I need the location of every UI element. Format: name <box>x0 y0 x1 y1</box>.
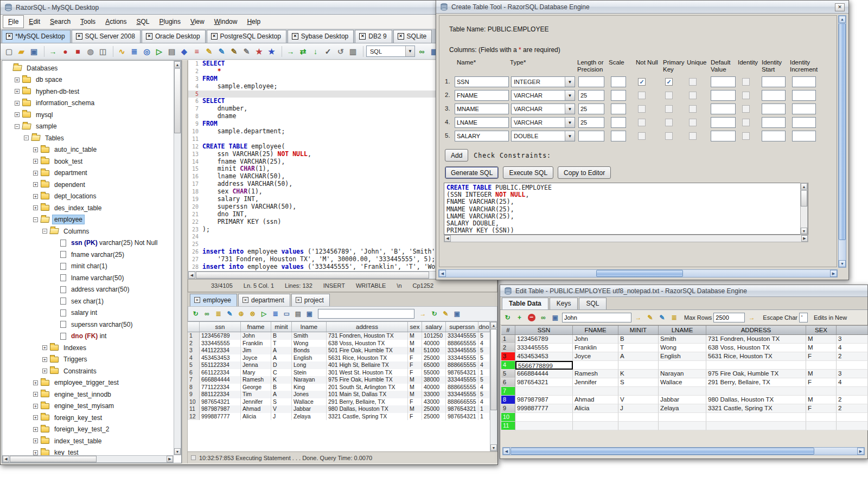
cell[interactable]: 661122334 <box>200 369 241 377</box>
cell[interactable]: S <box>618 378 659 387</box>
cell[interactable] <box>618 413 659 422</box>
generated-sql-box[interactable]: CREATE TABLE PUBLIC.EMPLOYEE(SSN INTEGER… <box>444 183 808 235</box>
expand-icon[interactable]: + <box>33 194 38 199</box>
tree-item-minit-char-1-[interactable]: minit char(1) <box>2 261 174 273</box>
results-column-header-minit[interactable]: minit <box>271 322 292 332</box>
unique-checkbox[interactable] <box>689 119 697 126</box>
cell[interactable]: 401 High St, Bellaire TX <box>327 361 408 369</box>
cell[interactable]: John <box>241 332 271 340</box>
identity-start-input[interactable] <box>762 76 786 87</box>
tree-item-key-test[interactable]: +key_test <box>2 447 174 456</box>
cell[interactable]: 25000 <box>422 354 446 362</box>
menu-search[interactable]: Search <box>45 16 75 28</box>
column-type-select[interactable]: VARCHAR▼ <box>511 117 575 128</box>
tree-item-foreign-key-test-2[interactable]: +foreign_key_test_2 <box>2 424 174 436</box>
edit-pad-icon[interactable]: ✎ <box>441 309 451 319</box>
sort-filter-icon[interactable]: ≣ <box>213 309 224 319</box>
cell[interactable]: Long <box>292 361 327 369</box>
cell[interactable]: Jennifer <box>241 398 271 406</box>
primary-key-checkbox[interactable] <box>665 132 673 140</box>
tree-item-triggers[interactable]: +Triggers <box>2 354 174 366</box>
close-tab-icon[interactable]: ✕ <box>76 33 82 40</box>
cell[interactable]: 666884444 <box>200 376 241 384</box>
cell[interactable]: 333445555 <box>515 344 573 352</box>
cell[interactable]: M <box>806 370 837 378</box>
close-tab-icon[interactable]: ✕ <box>194 297 200 303</box>
tab-keys[interactable]: Keys <box>550 298 578 309</box>
go-icon[interactable]: → <box>418 309 428 319</box>
results-column-header-lname[interactable]: lname <box>292 322 327 332</box>
cell[interactable]: King <box>292 384 327 391</box>
cell[interactable]: 38000 <box>422 376 446 384</box>
identity-checkbox[interactable] <box>742 119 750 126</box>
cell[interactable]: 987654321 <box>446 405 478 413</box>
identity-checkbox[interactable] <box>742 78 750 86</box>
edit-column-header-overflow[interactable] <box>837 326 868 334</box>
scale-input[interactable] <box>611 76 626 87</box>
save-disk-icon[interactable]: ▣ <box>452 309 462 319</box>
cell[interactable]: 333445555 <box>446 376 478 384</box>
cell[interactable]: M <box>408 376 422 384</box>
not-null-checkbox[interactable] <box>638 132 646 140</box>
expand-icon[interactable]: + <box>33 159 38 164</box>
table-row[interactable]: 2333445555FranklinTWong638 Voss, Houston… <box>188 340 490 347</box>
cell[interactable]: A <box>271 354 292 362</box>
connection-tab-oracle-desktop[interactable]: ✕Oracle Desktop <box>142 30 206 43</box>
not-null-checkbox[interactable] <box>638 105 646 113</box>
check-icon[interactable]: ✓ <box>322 46 334 57</box>
results-vscroll-thumb[interactable] <box>490 329 497 410</box>
cell[interactable] <box>659 422 706 430</box>
expand-icon[interactable]: + <box>15 89 20 94</box>
cell[interactable]: 291 Berry, Bellaire, TX <box>327 398 408 406</box>
unique-checkbox[interactable] <box>689 105 697 113</box>
tree-item-tables[interactable]: −Tables <box>2 132 174 144</box>
expand-icon[interactable]: + <box>33 182 38 187</box>
cell[interactable]: 5 <box>478 354 490 362</box>
scroll-left-icon[interactable]: ◀ <box>503 448 510 455</box>
cell[interactable]: 888665555 <box>446 340 478 347</box>
tree-item-constraints[interactable]: +Constraints <box>2 365 174 377</box>
scroll-left-icon[interactable]: ◀ <box>3 456 9 462</box>
red-list-icon[interactable]: ≡ <box>191 46 202 57</box>
tree-item-engine-test-myisam[interactable]: +engine_test_myisam <box>2 401 174 412</box>
tree-item-lname-varchar-50-[interactable]: lname varchar(50) <box>2 272 174 284</box>
cell[interactable] <box>706 387 806 396</box>
table-row[interactable]: 2333445555FranklinTWong638 Voss, Houston… <box>501 344 868 352</box>
chevron-down-icon[interactable]: ▼ <box>565 131 575 141</box>
table-row[interactable]: 9999887777AliciaJZelaya3321 Castle, Spri… <box>501 404 868 413</box>
tab-table-data[interactable]: Table Data <box>502 298 548 309</box>
new-file-icon[interactable]: ▢ <box>3 46 15 57</box>
tree-item-salary-int[interactable]: salary int <box>2 307 174 319</box>
collapse-icon[interactable]: − <box>24 135 29 140</box>
scroll-up-icon[interactable]: ▲ <box>801 183 807 190</box>
cell[interactable] <box>618 361 659 370</box>
table-row[interactable]: 3441122334JimABonds501 Fire Oak, Humble … <box>188 347 490 354</box>
table-row[interactable]: 1123456789JohnBSmith731 Fondren, Houston… <box>501 335 868 344</box>
expand-icon[interactable]: + <box>42 369 47 373</box>
cell[interactable]: M <box>408 340 422 347</box>
cell[interactable]: Alicia <box>573 404 618 413</box>
favorites-icon[interactable]: ★ <box>266 46 277 57</box>
table-row[interactable]: 8987987987AhmadVJabbar980 Dallas, Housto… <box>501 396 868 404</box>
cell[interactable]: 888665555 <box>446 384 478 391</box>
cell[interactable]: Zelaya <box>292 413 327 421</box>
cell[interactable] <box>573 361 618 370</box>
connection-tab-sybase-desktop[interactable]: ✕Sybase Desktop <box>288 30 354 43</box>
cell[interactable] <box>837 413 868 422</box>
cell[interactable]: 5 <box>478 347 490 354</box>
tree-item-db-space[interactable]: +db space <box>2 74 174 86</box>
cell[interactable]: K <box>618 370 659 378</box>
identity-start-input[interactable] <box>762 104 786 114</box>
edit-column-header-lname[interactable]: LNAME <box>659 326 706 334</box>
table-star-icon[interactable]: ★ <box>253 46 265 57</box>
tree-item-engine-test-innodb[interactable]: +engine_test_innodb <box>2 389 174 401</box>
close-tab-icon[interactable]: ✕ <box>6 33 12 40</box>
cell[interactable]: 453453453 <box>200 354 241 362</box>
editor-hscroll-thumb[interactable] <box>196 272 429 279</box>
scroll-left-icon[interactable]: ◀ <box>188 272 195 279</box>
cell[interactable]: 333445555 <box>200 340 241 347</box>
tree-item-address-varchar-50-[interactable]: address varchar(50) <box>2 284 174 296</box>
cell[interactable]: 551122334 <box>200 361 241 369</box>
results-column-header-fname[interactable]: fname <box>241 322 271 332</box>
cell[interactable]: 3321 Castle, Spring TX <box>327 413 408 421</box>
